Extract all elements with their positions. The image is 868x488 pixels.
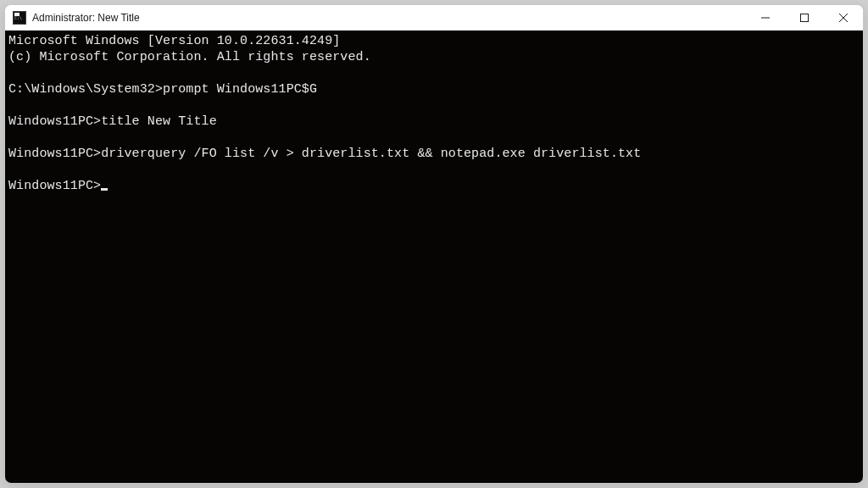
terminal-line: Windows11PC>title New Title [8, 114, 860, 130]
minimize-icon [761, 14, 770, 22]
cmd-window: Administrator: New Title Microsoft Wind [4, 4, 864, 484]
maximize-button[interactable] [785, 5, 824, 30]
terminal-line: (c) Microsoft Corporation. All rights re… [8, 49, 860, 65]
terminal-line [8, 162, 860, 178]
terminal-area[interactable]: Microsoft Windows [Version 10.0.22631.42… [5, 30, 863, 483]
cursor [101, 188, 108, 191]
terminal-line [8, 130, 860, 146]
terminal-line: Windows11PC> [8, 178, 860, 194]
window-title: Administrator: New Title [32, 12, 746, 24]
terminal-line: Windows11PC>driverquery /FO list /v > dr… [8, 146, 860, 162]
titlebar[interactable]: Administrator: New Title [5, 5, 863, 30]
maximize-icon [800, 14, 809, 22]
svg-rect-1 [801, 14, 809, 22]
terminal-line [8, 65, 860, 81]
minimize-button[interactable] [746, 5, 785, 30]
terminal-line: C:\Windows\System32>prompt Windows11PC$G [8, 81, 860, 97]
terminal-output: Microsoft Windows [Version 10.0.22631.42… [8, 33, 860, 194]
close-button[interactable] [824, 5, 863, 30]
caption-buttons [746, 5, 863, 30]
close-icon [839, 14, 848, 22]
cmd-icon [13, 11, 26, 25]
terminal-line: Microsoft Windows [Version 10.0.22631.42… [8, 33, 860, 49]
terminal-line [8, 97, 860, 114]
